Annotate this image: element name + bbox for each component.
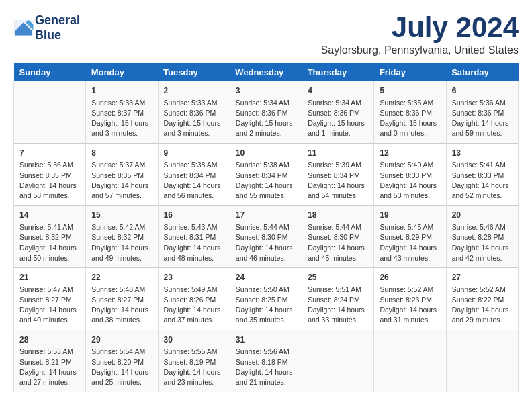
cell-content: Sunrise: 5:54 AMSunset: 8:20 PMDaylight:… bbox=[91, 347, 152, 387]
cell-content: Sunrise: 5:41 AMSunset: 8:32 PMDaylight:… bbox=[19, 222, 80, 263]
day-number: 2 bbox=[164, 85, 224, 97]
day-number: 26 bbox=[380, 272, 440, 283]
header-day: Thursday bbox=[302, 63, 374, 81]
logo-icon bbox=[13, 20, 34, 36]
day-number: 17 bbox=[236, 210, 296, 221]
calendar-cell: 18Sunrise: 5:44 AMSunset: 8:30 PMDayligh… bbox=[302, 205, 374, 268]
calendar-cell: 13Sunrise: 5:41 AMSunset: 8:33 PMDayligh… bbox=[446, 143, 518, 205]
day-number: 5 bbox=[380, 85, 440, 97]
calendar-week-row: 1Sunrise: 5:33 AMSunset: 8:37 PMDaylight… bbox=[14, 81, 519, 143]
calendar-cell: 15Sunrise: 5:42 AMSunset: 8:32 PMDayligh… bbox=[86, 205, 158, 268]
calendar-cell: 26Sunrise: 5:52 AMSunset: 8:23 PMDayligh… bbox=[374, 268, 446, 330]
day-number: 19 bbox=[380, 210, 440, 221]
header-day: Tuesday bbox=[158, 63, 230, 81]
calendar-table: SundayMondayTuesdayWednesdayThursdayFrid… bbox=[13, 63, 519, 392]
day-number: 8 bbox=[91, 148, 152, 159]
cell-content: Sunrise: 5:36 AMSunset: 8:35 PMDaylight:… bbox=[19, 160, 80, 201]
day-number: 25 bbox=[308, 272, 368, 283]
cell-content: Sunrise: 5:56 AMSunset: 8:18 PMDaylight:… bbox=[236, 347, 296, 387]
calendar-cell bbox=[446, 330, 518, 392]
day-number: 24 bbox=[236, 272, 296, 283]
day-number: 29 bbox=[91, 334, 152, 346]
cell-content: Sunrise: 5:34 AMSunset: 8:36 PMDaylight:… bbox=[236, 98, 296, 139]
day-number: 15 bbox=[91, 210, 152, 221]
header-day: Saturday bbox=[446, 63, 518, 81]
day-number: 14 bbox=[19, 210, 80, 221]
calendar-cell: 21Sunrise: 5:47 AMSunset: 8:27 PMDayligh… bbox=[14, 268, 86, 330]
day-number: 22 bbox=[91, 272, 152, 283]
cell-content: Sunrise: 5:38 AMSunset: 8:34 PMDaylight:… bbox=[164, 160, 224, 201]
day-number: 9 bbox=[164, 148, 224, 159]
day-number: 28 bbox=[19, 334, 80, 346]
calendar-cell: 31Sunrise: 5:56 AMSunset: 8:18 PMDayligh… bbox=[230, 330, 302, 392]
day-number: 27 bbox=[452, 272, 513, 283]
cell-content: Sunrise: 5:41 AMSunset: 8:33 PMDaylight:… bbox=[452, 160, 513, 201]
calendar-cell: 11Sunrise: 5:39 AMSunset: 8:34 PMDayligh… bbox=[302, 143, 374, 205]
day-number: 18 bbox=[308, 210, 368, 221]
calendar-cell: 19Sunrise: 5:45 AMSunset: 8:29 PMDayligh… bbox=[374, 205, 446, 268]
cell-content: Sunrise: 5:48 AMSunset: 8:27 PMDaylight:… bbox=[91, 285, 152, 326]
calendar-week-row: 28Sunrise: 5:53 AMSunset: 8:21 PMDayligh… bbox=[14, 330, 519, 392]
calendar-cell bbox=[374, 330, 446, 392]
header-day: Wednesday bbox=[230, 63, 302, 81]
calendar-cell: 22Sunrise: 5:48 AMSunset: 8:27 PMDayligh… bbox=[86, 268, 158, 330]
day-number: 30 bbox=[164, 334, 224, 346]
calendar-cell: 14Sunrise: 5:41 AMSunset: 8:32 PMDayligh… bbox=[14, 205, 86, 268]
cell-content: Sunrise: 5:35 AMSunset: 8:36 PMDaylight:… bbox=[380, 98, 440, 139]
calendar-cell: 17Sunrise: 5:44 AMSunset: 8:30 PMDayligh… bbox=[230, 205, 302, 268]
logo-text: General Blue bbox=[35, 13, 80, 42]
cell-content: Sunrise: 5:36 AMSunset: 8:36 PMDaylight:… bbox=[452, 98, 513, 139]
page-header: General Blue July 2024 Saylorsburg, Penn… bbox=[13, 13, 519, 56]
cell-content: Sunrise: 5:33 AMSunset: 8:36 PMDaylight:… bbox=[164, 98, 224, 139]
calendar-cell: 30Sunrise: 5:55 AMSunset: 8:19 PMDayligh… bbox=[158, 330, 230, 392]
cell-content: Sunrise: 5:42 AMSunset: 8:32 PMDaylight:… bbox=[91, 222, 152, 263]
header-row: SundayMondayTuesdayWednesdayThursdayFrid… bbox=[14, 63, 519, 81]
cell-content: Sunrise: 5:49 AMSunset: 8:26 PMDaylight:… bbox=[164, 285, 224, 326]
cell-content: Sunrise: 5:44 AMSunset: 8:30 PMDaylight:… bbox=[236, 222, 296, 263]
title-block: July 2024 Saylorsburg, Pennsylvania, Uni… bbox=[321, 13, 519, 56]
header-day: Sunday bbox=[14, 63, 86, 81]
cell-content: Sunrise: 5:51 AMSunset: 8:24 PMDaylight:… bbox=[308, 285, 368, 326]
calendar-cell: 20Sunrise: 5:46 AMSunset: 8:28 PMDayligh… bbox=[446, 205, 518, 268]
calendar-cell: 28Sunrise: 5:53 AMSunset: 8:21 PMDayligh… bbox=[14, 330, 86, 392]
day-number: 21 bbox=[19, 272, 80, 283]
calendar-cell bbox=[302, 330, 374, 392]
day-number: 4 bbox=[308, 85, 368, 97]
cell-content: Sunrise: 5:53 AMSunset: 8:21 PMDaylight:… bbox=[19, 347, 80, 387]
day-number: 23 bbox=[164, 272, 224, 283]
day-number: 10 bbox=[236, 148, 296, 159]
calendar-cell: 27Sunrise: 5:52 AMSunset: 8:22 PMDayligh… bbox=[446, 268, 518, 330]
cell-content: Sunrise: 5:44 AMSunset: 8:30 PMDaylight:… bbox=[308, 222, 368, 263]
cell-content: Sunrise: 5:34 AMSunset: 8:36 PMDaylight:… bbox=[308, 98, 368, 139]
cell-content: Sunrise: 5:55 AMSunset: 8:19 PMDaylight:… bbox=[164, 347, 224, 387]
calendar-cell: 4Sunrise: 5:34 AMSunset: 8:36 PMDaylight… bbox=[302, 81, 374, 143]
cell-content: Sunrise: 5:43 AMSunset: 8:31 PMDaylight:… bbox=[164, 222, 224, 263]
calendar-cell bbox=[14, 81, 86, 143]
calendar-cell: 7Sunrise: 5:36 AMSunset: 8:35 PMDaylight… bbox=[14, 143, 86, 205]
calendar-cell: 9Sunrise: 5:38 AMSunset: 8:34 PMDaylight… bbox=[158, 143, 230, 205]
calendar-cell: 23Sunrise: 5:49 AMSunset: 8:26 PMDayligh… bbox=[158, 268, 230, 330]
day-number: 7 bbox=[19, 148, 80, 159]
calendar-cell: 1Sunrise: 5:33 AMSunset: 8:37 PMDaylight… bbox=[86, 81, 158, 143]
calendar-cell: 6Sunrise: 5:36 AMSunset: 8:36 PMDaylight… bbox=[446, 81, 518, 143]
calendar-cell: 10Sunrise: 5:38 AMSunset: 8:34 PMDayligh… bbox=[230, 143, 302, 205]
day-number: 1 bbox=[91, 85, 152, 97]
day-number: 13 bbox=[452, 148, 513, 159]
calendar-cell: 12Sunrise: 5:40 AMSunset: 8:33 PMDayligh… bbox=[374, 143, 446, 205]
calendar-week-row: 21Sunrise: 5:47 AMSunset: 8:27 PMDayligh… bbox=[14, 268, 519, 330]
cell-content: Sunrise: 5:46 AMSunset: 8:28 PMDaylight:… bbox=[452, 222, 513, 263]
calendar-cell: 24Sunrise: 5:50 AMSunset: 8:25 PMDayligh… bbox=[230, 268, 302, 330]
calendar-cell: 8Sunrise: 5:37 AMSunset: 8:35 PMDaylight… bbox=[86, 143, 158, 205]
day-number: 11 bbox=[308, 148, 368, 159]
calendar-cell: 2Sunrise: 5:33 AMSunset: 8:36 PMDaylight… bbox=[158, 81, 230, 143]
cell-content: Sunrise: 5:40 AMSunset: 8:33 PMDaylight:… bbox=[380, 160, 440, 201]
logo: General Blue bbox=[13, 13, 80, 42]
cell-content: Sunrise: 5:52 AMSunset: 8:22 PMDaylight:… bbox=[452, 285, 513, 326]
day-number: 20 bbox=[452, 210, 513, 221]
day-number: 31 bbox=[236, 334, 296, 346]
calendar-cell: 3Sunrise: 5:34 AMSunset: 8:36 PMDaylight… bbox=[230, 81, 302, 143]
calendar-cell: 29Sunrise: 5:54 AMSunset: 8:20 PMDayligh… bbox=[86, 330, 158, 392]
location: Saylorsburg, Pennsylvania, United States bbox=[321, 44, 519, 56]
cell-content: Sunrise: 5:52 AMSunset: 8:23 PMDaylight:… bbox=[380, 285, 440, 326]
header-day: Friday bbox=[374, 63, 446, 81]
